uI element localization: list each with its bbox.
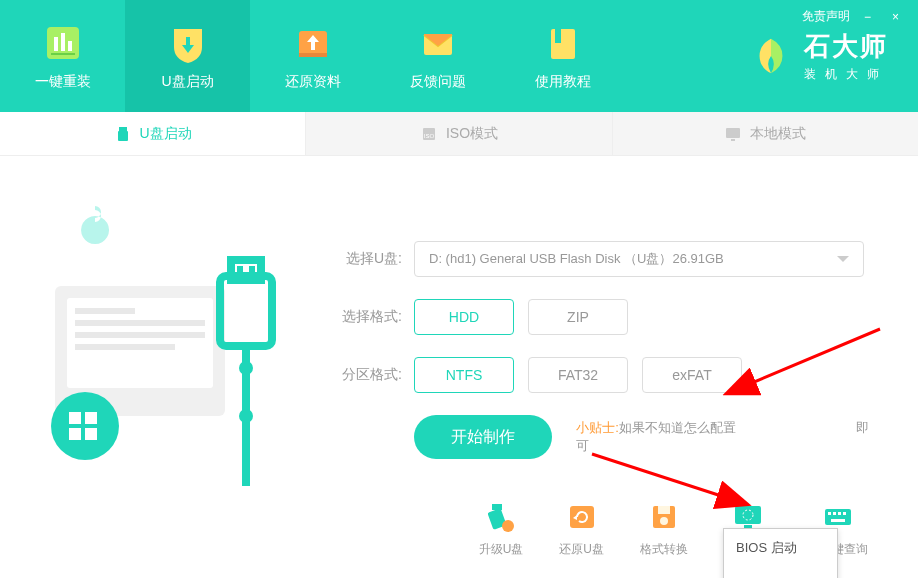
svg-rect-14	[726, 128, 740, 138]
svg-rect-30	[249, 266, 255, 272]
sub-tabs: U盘启动 ISO ISO模式 本地模式	[0, 112, 918, 156]
subtab-label: 本地模式	[750, 125, 806, 143]
svg-rect-11	[118, 131, 128, 141]
bar-chart-icon	[41, 21, 85, 65]
svg-rect-19	[75, 320, 205, 326]
label-select-disk: 选择U盘:	[330, 250, 402, 268]
option-ntfs[interactable]: NTFS	[414, 357, 514, 393]
svg-rect-26	[85, 428, 97, 440]
nav-label: 一键重装	[35, 73, 91, 91]
svg-rect-29	[237, 266, 243, 272]
svg-rect-45	[735, 506, 761, 524]
svg-rect-37	[492, 504, 502, 510]
row-format-mode: 选择格式: HDD ZIP	[330, 299, 878, 335]
action-row: 开始制作 小贴士:如果不知道怎么配置 即可	[414, 415, 878, 459]
svg-rect-21	[75, 344, 175, 350]
svg-rect-40	[570, 506, 594, 528]
svg-point-44	[660, 517, 668, 525]
svg-rect-20	[75, 332, 205, 338]
svg-rect-24	[69, 428, 81, 440]
svg-rect-43	[658, 506, 670, 514]
svg-rect-6	[299, 53, 327, 57]
upload-box-icon	[291, 21, 335, 65]
nav-label: 使用教程	[535, 73, 591, 91]
iso-icon: ISO	[420, 125, 438, 143]
action-upgrade-usb[interactable]: 升级U盘	[479, 499, 524, 558]
action-label: 格式转换	[640, 541, 688, 558]
brand-subtitle: 装机大师	[804, 66, 888, 83]
action-format-convert[interactable]: 格式转换	[640, 499, 688, 558]
row-partition: 分区格式: NTFS FAT32 exFAT	[330, 357, 878, 393]
svg-rect-27	[220, 276, 272, 346]
subtab-local[interactable]: 本地模式	[613, 112, 918, 155]
svg-rect-52	[843, 512, 846, 515]
action-restore-usb[interactable]: 还原U盘	[559, 499, 604, 558]
nav-label: 还原资料	[285, 73, 341, 91]
book-icon	[541, 21, 585, 65]
svg-rect-4	[51, 53, 75, 55]
menu-bios-boot[interactable]: BIOS 启动	[724, 529, 837, 567]
svg-rect-3	[68, 41, 72, 51]
svg-rect-2	[61, 33, 65, 51]
restore-icon	[564, 499, 600, 535]
disk-convert-icon	[646, 499, 682, 535]
window-controls: 免责声明 − ×	[802, 8, 906, 25]
nav-label: 反馈问题	[410, 73, 466, 91]
nav-feedback[interactable]: 反馈问题	[375, 0, 500, 112]
tip-text: 小贴士:如果不知道怎么配置 即可	[576, 419, 878, 455]
main-nav: 一键重装 U盘启动 还原资料 反馈问题 使用教程	[0, 0, 625, 112]
option-fat32[interactable]: FAT32	[528, 357, 628, 393]
nav-tutorial[interactable]: 使用教程	[500, 0, 625, 112]
subtab-label: ISO模式	[446, 125, 498, 143]
svg-rect-23	[69, 412, 81, 424]
svg-line-36	[592, 454, 746, 504]
menu-uefi-x32[interactable]: UEFI 模拟(x32)	[724, 567, 837, 578]
svg-point-32	[239, 409, 253, 423]
nav-label: U盘启动	[161, 73, 213, 91]
label-format-mode: 选择格式:	[330, 308, 402, 326]
svg-rect-18	[75, 308, 135, 314]
content-area: 选择U盘: D: (hd1) General USB Flash Disk （U…	[0, 156, 918, 578]
svg-rect-10	[119, 127, 127, 131]
option-zip[interactable]: ZIP	[528, 299, 628, 335]
envelope-icon	[416, 21, 460, 65]
brand-title: 石大师	[804, 29, 888, 64]
svg-rect-51	[838, 512, 841, 515]
option-exfat[interactable]: exFAT	[642, 357, 742, 393]
header: 免责声明 − × 一键重装 U盘启动 还原资料 反馈问题	[0, 0, 918, 112]
form-area: 选择U盘: D: (hd1) General USB Flash Disk （U…	[330, 241, 878, 459]
disk-dropdown[interactable]: D: (hd1) General USB Flash Disk （U盘）26.9…	[414, 241, 864, 277]
simulate-boot-menu: BIOS 启动 UEFI 模拟(x32) UEFI 模拟(x64)	[723, 528, 838, 578]
usb-icon	[114, 125, 132, 143]
option-hdd[interactable]: HDD	[414, 299, 514, 335]
nav-usb-boot[interactable]: U盘启动	[125, 0, 250, 112]
subtab-iso[interactable]: ISO ISO模式	[306, 112, 612, 155]
svg-point-39	[502, 520, 514, 532]
svg-rect-48	[825, 509, 851, 525]
nav-restore[interactable]: 还原资料	[250, 0, 375, 112]
svg-rect-15	[731, 139, 735, 141]
svg-rect-1	[54, 37, 58, 51]
svg-rect-28	[231, 260, 261, 280]
shield-usb-icon	[166, 21, 210, 65]
monitor-icon	[724, 125, 742, 143]
nav-reinstall[interactable]: 一键重装	[0, 0, 125, 112]
action-label: 升级U盘	[479, 541, 524, 558]
minimize-button[interactable]: −	[864, 10, 878, 24]
svg-point-31	[239, 361, 253, 375]
row-select-disk: 选择U盘: D: (hd1) General USB Flash Disk （U…	[330, 241, 878, 277]
logo-icon	[750, 35, 792, 77]
svg-rect-25	[85, 412, 97, 424]
svg-rect-8	[551, 29, 575, 59]
disk-dropdown-value: D: (hd1) General USB Flash Disk （U盘）26.9…	[429, 250, 724, 268]
close-button[interactable]: ×	[892, 10, 906, 24]
svg-text:ISO: ISO	[424, 133, 435, 139]
subtab-usb-boot[interactable]: U盘启动	[0, 112, 306, 155]
tip-body: 如果不知道怎么配置	[619, 420, 736, 435]
disclaimer-link[interactable]: 免责声明	[802, 8, 850, 25]
action-label: 还原U盘	[559, 541, 604, 558]
start-button[interactable]: 开始制作	[414, 415, 552, 459]
svg-rect-53	[831, 519, 845, 522]
svg-rect-49	[828, 512, 831, 515]
svg-rect-50	[833, 512, 836, 515]
